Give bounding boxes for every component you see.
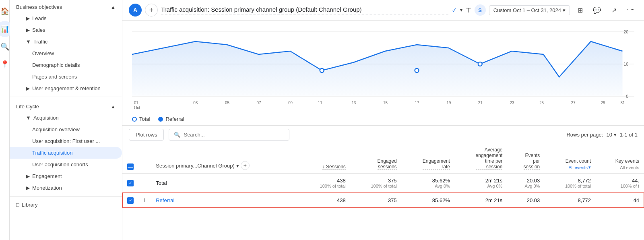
rows-dropdown-icon: ▾ (614, 132, 617, 138)
sidebar-item-user-acquisition-first[interactable]: User acquisition: First user ... (10, 135, 122, 147)
total-key-events-cell: 44. 100% of t (596, 174, 644, 193)
sidebar-item-user-acquisition-cohorts[interactable]: User acquisition cohorts (10, 159, 122, 170)
sidebar-item-sales[interactable]: ▶ Sales (10, 24, 122, 36)
search-input[interactable] (184, 132, 284, 138)
svg-text:07: 07 (257, 101, 261, 105)
sidebar: Business objectives ▲ ▶ Leads ▶ Sales ▼ … (10, 0, 122, 240)
sidebar-item-overview[interactable]: Overview (10, 48, 122, 59)
main-content: A + Traffic acquisition: Session primary… (122, 0, 644, 240)
row1-sessions-cell: 438 (299, 193, 351, 208)
add-button[interactable]: + (145, 4, 158, 17)
svg-text:03: 03 (193, 101, 198, 105)
sidebar-item-leads[interactable]: ▶ Leads (10, 12, 122, 24)
total-num-cell (138, 174, 151, 193)
row1-checkbox[interactable]: ✓ (127, 197, 134, 204)
legend-referral[interactable]: Referral (158, 116, 184, 122)
total-event-count-cell: 8,772 100% of total (545, 174, 596, 193)
svg-text:10: 10 (623, 62, 628, 66)
more-icon-btn[interactable]: 〰 (624, 3, 638, 17)
filter-s-badge[interactable]: S (475, 4, 486, 16)
header-checkbox-cell: — (122, 144, 138, 174)
svg-text:27: 27 (571, 101, 576, 105)
row1-avg-engagement-cell: 2m 21s (455, 193, 507, 208)
svg-text:05: 05 (225, 101, 229, 105)
event-count-filter[interactable]: All events ▾ (568, 165, 591, 170)
svg-text:19: 19 (446, 101, 451, 105)
check-icon: ✓ (452, 6, 457, 14)
sidebar-item-acquisition-overview[interactable]: Acquisition overview (10, 124, 122, 135)
total-events-per-session-cell: 20.03 Avg 0% (507, 174, 545, 193)
filter-icon[interactable]: ⊤ (466, 6, 471, 14)
sidebar-item-monetization[interactable]: ▶ Monetization (10, 182, 122, 194)
share-icon-btn[interactable]: ↗ (607, 3, 621, 17)
rows-per-page-select[interactable]: 10 ▾ (606, 132, 616, 138)
arrow-icon-engagement-lc: ▶ (26, 173, 30, 179)
user-avatar[interactable]: A (129, 4, 142, 17)
rows-per-page-label: Rows per page: (566, 132, 603, 138)
topbar-actions: ✓ ▾ ⊤ S Custom Oct 1 – Oct 31, 2024 ▾ ⊞ … (452, 3, 638, 17)
dimension-col-arrow: ▾ (236, 163, 239, 169)
header-events-per-session[interactable]: Eventspersession (507, 144, 545, 174)
row1-engagement-rate-cell: 85.62% (402, 193, 455, 208)
compare-icon-btn[interactable]: ⊞ (573, 3, 587, 17)
svg-text:17: 17 (415, 101, 419, 105)
sidebar-item-demographic-details[interactable]: Demographic details (10, 59, 122, 71)
row1-label-cell[interactable]: Referral (151, 193, 299, 208)
table-header-row: — Session primary...Channel Group) ▾ + ↓… (122, 144, 644, 174)
business-objectives-header[interactable]: Business objectives ▲ (10, 0, 122, 12)
sidebar-item-pages-screens[interactable]: Pages and screens (10, 71, 122, 83)
sidebar-item-user-engagement[interactable]: ▶ User engagement & retention (10, 83, 122, 94)
row1-checkbox-cell: ✓ (122, 193, 138, 208)
header-event-count[interactable]: Event count All events ▾ (545, 144, 596, 174)
svg-point-6 (415, 68, 419, 72)
dropdown-arrow-icon[interactable]: ▾ (460, 7, 462, 13)
total-checkbox[interactable]: ✓ (127, 180, 134, 186)
life-cycle-header[interactable]: Life Cycle ▲ (10, 99, 122, 112)
row1-events-per-session-cell: 20.03 (507, 193, 545, 208)
insights-icon-btn[interactable]: 💬 (590, 3, 604, 17)
header-sessions[interactable]: ↓ Sessions (299, 144, 351, 174)
search-box[interactable]: 🔍 (169, 129, 289, 141)
header-num (138, 144, 151, 174)
header-engaged-sessions[interactable]: Engagedsessions (351, 144, 402, 174)
date-range-picker[interactable]: Custom Oct 1 – Oct 31, 2024 ▾ (489, 5, 570, 15)
table-controls: Plot rows 🔍 Rows per page: 10 ▾ 1-1 of 1 (122, 125, 644, 144)
header-dimension[interactable]: Session primary...Channel Group) ▾ + (151, 144, 299, 174)
plot-rows-button[interactable]: Plot rows (129, 129, 164, 141)
collapse-icon: ▲ (111, 4, 116, 10)
library-icon: □ (16, 202, 19, 208)
arrow-icon-acquisition: ▼ (26, 115, 31, 121)
life-cycle-collapse-icon: ▲ (111, 104, 116, 110)
sidebar-item-acquisition[interactable]: ▼ Acquisition (10, 112, 122, 124)
left-nav-rail: 🏠 📊 🔍 📍 (0, 0, 10, 240)
line-chart: 20 10 0 (132, 24, 634, 112)
sidebar-item-traffic-acquisition[interactable]: Traffic acquisition (10, 147, 122, 159)
page-title: Traffic acquisition: Session primary cha… (161, 6, 448, 14)
arrow-icon-engagement: ▶ (26, 85, 30, 91)
add-dimension-btn[interactable]: + (241, 161, 250, 170)
total-label-cell: Total (151, 174, 299, 193)
svg-point-7 (478, 62, 482, 66)
svg-text:25: 25 (539, 101, 544, 105)
legend-dot-referral (158, 117, 163, 122)
select-all-checkbox[interactable]: — (127, 163, 134, 170)
sidebar-item-library[interactable]: □ Library (10, 199, 122, 211)
legend-total[interactable]: Total (132, 116, 150, 122)
header-engagement-rate[interactable]: Engagementrate (402, 144, 455, 174)
plot-rows-label: Plot rows (136, 132, 157, 138)
referral-link[interactable]: Referral (156, 197, 174, 203)
chart-point-min (320, 68, 324, 72)
total-sessions-cell: 438 100% of total (299, 174, 351, 193)
header-avg-engagement[interactable]: Averageengagementtime persession (455, 144, 507, 174)
arrow-icon-leads: ▶ (26, 15, 30, 21)
svg-text:29: 29 (601, 101, 605, 105)
sidebar-divider-2 (10, 196, 122, 197)
arrow-icon-traffic: ▼ (26, 39, 31, 45)
row1-event-count-cell: 8,772 (545, 193, 596, 208)
sidebar-item-engagement[interactable]: ▶ Engagement (10, 170, 122, 182)
chart-container: 20 10 0 (122, 21, 644, 114)
legend-dot-total (132, 117, 137, 122)
sidebar-item-traffic[interactable]: ▼ Traffic (10, 36, 122, 48)
header-key-events[interactable]: Key events All events (596, 144, 644, 174)
sidebar-divider-1 (10, 97, 122, 97)
